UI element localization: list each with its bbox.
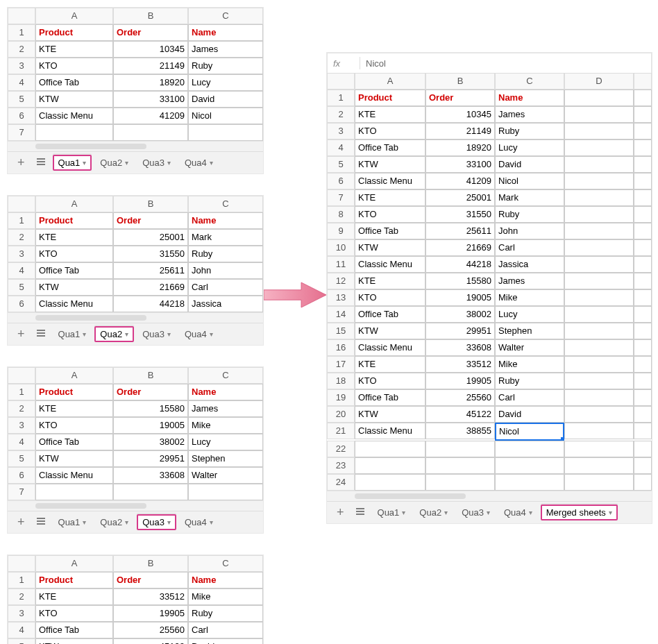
cell-A6[interactable]: Classic Menu bbox=[35, 108, 113, 124]
row-19[interactable]: 19 bbox=[327, 389, 355, 406]
select-all-corner[interactable] bbox=[327, 73, 355, 90]
cell-A19[interactable]: Office Tab bbox=[355, 389, 425, 406]
cell-C6[interactable]: Walter bbox=[188, 467, 263, 484]
cell-A9[interactable]: Office Tab bbox=[355, 223, 425, 239]
cell-A4[interactable]: Office Tab bbox=[355, 139, 425, 156]
cell-empty[interactable] bbox=[425, 474, 495, 491]
col-D[interactable]: D bbox=[564, 73, 634, 90]
cell-B16[interactable]: 33608 bbox=[425, 339, 495, 356]
cell-B4[interactable]: 18920 bbox=[113, 74, 188, 91]
cell-B1[interactable]: Order bbox=[425, 90, 495, 106]
row-5[interactable]: 5 bbox=[8, 450, 35, 467]
cell-A6[interactable]: Classic Menu bbox=[355, 173, 425, 189]
cell-A5[interactable]: KTW bbox=[35, 450, 113, 467]
all-sheets-button[interactable] bbox=[32, 327, 50, 341]
formula-input[interactable]: Nicol bbox=[366, 58, 386, 69]
cell-empty[interactable] bbox=[425, 457, 495, 474]
cell-E13[interactable] bbox=[634, 289, 652, 306]
cell-empty[interactable] bbox=[564, 474, 634, 491]
row-2[interactable]: 2 bbox=[8, 229, 35, 246]
cell-A3[interactable]: KTO bbox=[35, 417, 113, 434]
cell-C1[interactable]: Name bbox=[188, 572, 263, 588]
cell-empty[interactable] bbox=[495, 457, 564, 474]
cell-A16[interactable]: Classic Menu bbox=[355, 339, 425, 356]
cell-E21[interactable] bbox=[634, 423, 652, 439]
cell-D14[interactable] bbox=[564, 306, 634, 323]
col-C[interactable]: C bbox=[188, 8, 263, 24]
tab-qua3[interactable]: Qua3▾ bbox=[137, 326, 176, 342]
add-sheet-button[interactable]: + bbox=[332, 505, 348, 520]
row-10[interactable]: 10 bbox=[327, 239, 355, 256]
cell-B8[interactable]: 31550 bbox=[425, 206, 495, 223]
col-extra[interactable] bbox=[634, 73, 652, 90]
cell-B12[interactable]: 15580 bbox=[425, 273, 495, 289]
cell-A3[interactable]: KTO bbox=[35, 246, 113, 262]
row-15[interactable]: 15 bbox=[327, 323, 355, 339]
cell-C17[interactable]: Mike bbox=[495, 356, 564, 373]
cell-B2[interactable]: 25001 bbox=[113, 229, 188, 246]
cell-C5[interactable]: David bbox=[188, 91, 263, 108]
row-14[interactable]: 14 bbox=[327, 306, 355, 323]
col-C[interactable]: C bbox=[188, 555, 263, 572]
cell-B2[interactable]: 33512 bbox=[113, 588, 188, 605]
cell-B2[interactable]: 10345 bbox=[425, 106, 495, 123]
cell-B5[interactable]: 45122 bbox=[113, 638, 188, 644]
cell-D20[interactable] bbox=[564, 406, 634, 423]
row-17[interactable]: 17 bbox=[327, 356, 355, 373]
cell-B15[interactable]: 29951 bbox=[425, 323, 495, 339]
cell-A4[interactable]: Office Tab bbox=[35, 434, 113, 450]
cell-B4[interactable]: 18920 bbox=[425, 139, 495, 156]
cell-B3[interactable]: 31550 bbox=[113, 246, 188, 262]
tab-qua1[interactable]: Qua1▾ bbox=[372, 505, 412, 520]
cell-A4[interactable]: Office Tab bbox=[35, 622, 113, 638]
cell-D6[interactable] bbox=[564, 173, 634, 189]
cell-A1[interactable]: Product bbox=[355, 90, 425, 106]
cell-D13[interactable] bbox=[564, 289, 634, 306]
cell-B20[interactable]: 45122 bbox=[425, 406, 495, 423]
row-1[interactable]: 1 bbox=[8, 24, 35, 41]
col-A[interactable]: A bbox=[35, 8, 113, 24]
cell-D4[interactable] bbox=[564, 139, 634, 156]
cell-A13[interactable]: KTO bbox=[355, 289, 425, 306]
cell-A1[interactable]: Product bbox=[35, 24, 113, 41]
col-A[interactable]: A bbox=[35, 555, 113, 572]
cell-C7[interactable]: Mark bbox=[495, 189, 564, 206]
cell-D16[interactable] bbox=[564, 339, 634, 356]
cell-A10[interactable]: KTW bbox=[355, 239, 425, 256]
tab-qua2[interactable]: Qua2▾ bbox=[414, 505, 453, 520]
cell-empty[interactable] bbox=[634, 441, 652, 457]
row-2[interactable]: 2 bbox=[8, 588, 35, 605]
col-A[interactable]: A bbox=[35, 367, 113, 384]
row-3[interactable]: 3 bbox=[8, 246, 35, 262]
tab-qua4[interactable]: Qua4▾ bbox=[498, 505, 538, 520]
cell-C21-selected[interactable]: Nicol bbox=[495, 423, 564, 441]
cell-C3[interactable]: Ruby bbox=[188, 246, 263, 262]
row-4[interactable]: 4 bbox=[8, 262, 35, 279]
cell-E15[interactable] bbox=[634, 323, 652, 339]
hscroll[interactable] bbox=[8, 312, 263, 323]
row-21[interactable]: 21 bbox=[327, 423, 355, 439]
col-B[interactable]: B bbox=[425, 73, 495, 90]
row-4[interactable]: 4 bbox=[8, 622, 35, 638]
cell-A6[interactable]: Classic Menu bbox=[35, 467, 113, 484]
cell-A2[interactable]: KTE bbox=[35, 229, 113, 246]
cell-A15[interactable]: KTW bbox=[355, 323, 425, 339]
cell-A18[interactable]: KTO bbox=[355, 373, 425, 389]
cell-C3[interactable]: Ruby bbox=[188, 58, 263, 74]
cell-C20[interactable]: David bbox=[495, 406, 564, 423]
row-18[interactable]: 18 bbox=[327, 373, 355, 389]
tab-qua3[interactable]: Qua3▾ bbox=[137, 514, 176, 530]
cell-B6[interactable]: 41209 bbox=[425, 173, 495, 189]
row-4[interactable]: 4 bbox=[8, 434, 35, 450]
cell-E11[interactable] bbox=[634, 256, 652, 273]
row-12[interactable]: 12 bbox=[327, 273, 355, 289]
cell-B3[interactable]: 21149 bbox=[113, 58, 188, 74]
cell-C5[interactable]: David bbox=[188, 638, 263, 644]
cell-empty[interactable] bbox=[564, 457, 634, 474]
cell-C5[interactable]: David bbox=[495, 156, 564, 173]
cell-C6[interactable]: Jassica bbox=[188, 296, 263, 312]
cell-B11[interactable]: 44218 bbox=[425, 256, 495, 273]
cell-C14[interactable]: Lucy bbox=[495, 306, 564, 323]
row-1[interactable]: 1 bbox=[327, 90, 355, 106]
col-C[interactable]: C bbox=[188, 196, 263, 212]
